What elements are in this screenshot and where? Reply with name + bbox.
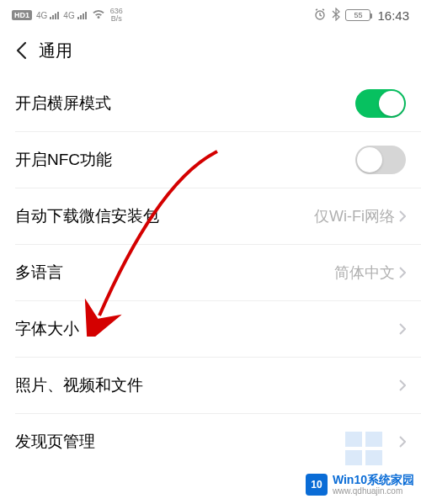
page-title: 通用: [39, 40, 72, 62]
row-label: 发现页管理: [15, 431, 95, 453]
status-right: 55 16:43: [313, 8, 409, 24]
row-label: 字体大小: [15, 318, 79, 340]
toggle-knob: [379, 91, 404, 116]
chevron-left-icon: [15, 41, 27, 60]
wifi-icon: [91, 8, 106, 23]
row-label: 多语言: [15, 262, 63, 284]
signal-4g-2: 4G: [63, 11, 74, 20]
bluetooth-icon: [332, 8, 340, 24]
signal-bars-2: [77, 12, 87, 19]
row-value: [398, 435, 406, 448]
watermark-text: Win10系统家园 www.qdhuajin.com: [333, 474, 414, 496]
signal-bars-1: [50, 12, 59, 19]
svg-rect-3: [345, 450, 362, 465]
clock-time: 16:43: [377, 8, 409, 23]
row-auto-download[interactable]: 自动下载微信安装包 仅Wi-Fi网络: [0, 188, 421, 244]
toggle-landscape[interactable]: [355, 89, 406, 118]
speed-unit: B/s: [111, 15, 122, 23]
row-media-files[interactable]: 照片、视频和文件: [0, 358, 421, 413]
net-speed: 636 B/s: [110, 8, 123, 23]
svg-rect-2: [365, 432, 382, 447]
toggle-nfc[interactable]: [355, 146, 406, 174]
alarm-icon: [313, 8, 327, 24]
watermark-url: www.qdhuajin.com: [333, 486, 414, 496]
back-button[interactable]: [10, 36, 32, 65]
row-landscape-mode[interactable]: 开启横屏模式: [0, 76, 421, 131]
signal-4g-1: 4G: [36, 11, 47, 20]
row-value: [398, 379, 406, 392]
toggle-knob: [357, 147, 382, 172]
row-label: 自动下载微信安装包: [15, 205, 159, 227]
status-left: HD1 4G 4G 636 B/s: [12, 8, 123, 23]
status-bar: HD1 4G 4G 636 B/s 55 16:43: [0, 0, 421, 30]
chevron-right-icon: [398, 435, 406, 448]
svg-rect-1: [345, 432, 362, 447]
row-value: [398, 322, 406, 336]
hd-badge: HD1: [12, 10, 32, 20]
row-value: 简体中文: [334, 263, 406, 283]
row-label: 开启横屏模式: [15, 93, 111, 114]
watermark-title: Win10系统家园: [333, 474, 414, 486]
row-font-size[interactable]: 字体大小: [0, 301, 421, 357]
watermark-logo: 10: [306, 474, 328, 496]
row-nfc[interactable]: 开启NFC功能: [0, 132, 421, 188]
svg-rect-4: [365, 450, 382, 465]
battery-icon: 55: [345, 9, 370, 21]
row-label: 开启NFC功能: [15, 149, 112, 171]
chevron-right-icon: [398, 266, 406, 279]
row-language[interactable]: 多语言 简体中文: [0, 245, 421, 300]
row-value-text: 简体中文: [334, 263, 395, 283]
chevron-right-icon: [398, 379, 406, 392]
row-value-text: 仅Wi-Fi网络: [314, 206, 395, 226]
chevron-right-icon: [398, 210, 406, 223]
row-value: 仅Wi-Fi网络: [314, 206, 406, 226]
watermark-logo-shadow: [344, 430, 386, 467]
watermark: 10 Win10系统家园 www.qdhuajin.com: [306, 474, 414, 496]
row-label: 照片、视频和文件: [15, 374, 143, 396]
header: 通用: [0, 30, 421, 76]
battery-level: 55: [354, 11, 362, 19]
chevron-right-icon: [398, 322, 406, 336]
